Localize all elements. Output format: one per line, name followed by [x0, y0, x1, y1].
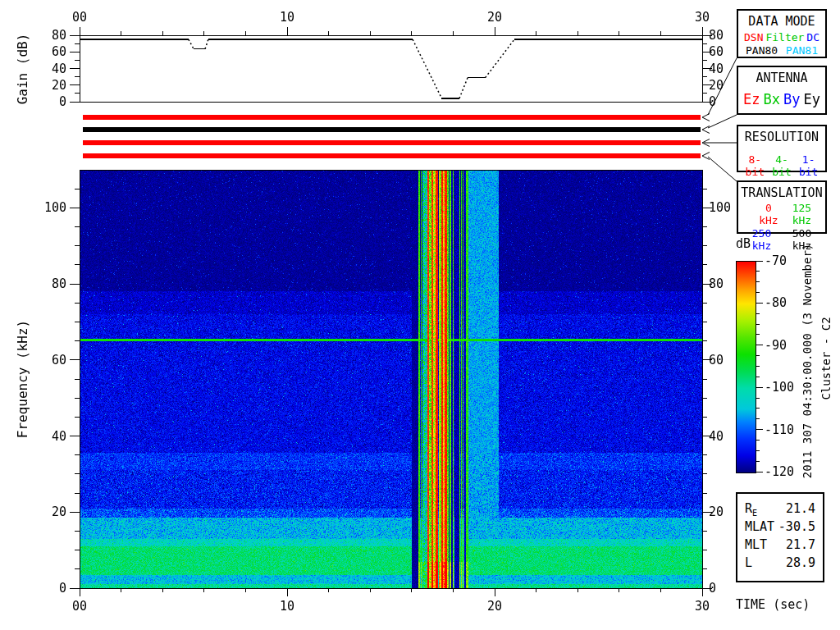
- tick-label: 10: [271, 11, 304, 24]
- tick-label: 30: [686, 600, 719, 613]
- gain-axis-title: Gain (dB): [15, 34, 30, 105]
- spectrogram-canvas: [80, 170, 702, 588]
- tick-label: 40: [34, 430, 66, 443]
- ephemeris-value: 28.9: [786, 554, 815, 572]
- datetime-label: 2011 307 04:30:00.000 (3 November): [801, 244, 814, 479]
- translation-panel: TRANSLATION 0 kHz 125 kHz 250 kHz 500 kH…: [737, 180, 827, 234]
- resolution-status-bar: [83, 140, 701, 145]
- tick-label: 20: [34, 79, 66, 92]
- spacecraft-label: Cluster - C2: [819, 317, 833, 399]
- tick-label: 0: [709, 582, 745, 595]
- data-mode-pan81: PAN81: [786, 44, 818, 57]
- ephemeris-row-re: RE 21.4: [737, 500, 823, 518]
- resolution-4bit: 4-bit: [769, 153, 796, 178]
- data-mode-status-bar: [83, 115, 701, 120]
- ephemeris-label: MLT: [745, 536, 767, 554]
- tick-label: 00: [63, 600, 96, 613]
- tick-label: 100: [34, 201, 66, 214]
- tick-label: 40: [34, 62, 66, 75]
- ephemeris-row-mlat: MLAT -30.5: [737, 518, 823, 536]
- translation-0khz: 0 kHz: [755, 202, 783, 226]
- data-mode-pan80: PAN80: [746, 44, 778, 57]
- resolution-8bit: 8-bit: [742, 153, 769, 178]
- panel-connector-arrows: [702, 58, 737, 181]
- tick-label: 20: [478, 11, 511, 24]
- data-mode-panel: DATA MODE DSN Filter DC PAN80 PAN81: [737, 9, 827, 58]
- tick-label: 80: [709, 277, 745, 290]
- ephemeris-value: -30.5: [778, 518, 815, 536]
- resolution-1bit: 1-bit: [795, 153, 822, 178]
- antenna-by: By: [783, 91, 800, 107]
- ephemeris-row-mlt: MLT 21.7: [737, 536, 823, 554]
- tick-label: -90: [765, 339, 802, 352]
- translation-status-bar: [83, 153, 701, 158]
- translation-panel-title: TRANSLATION: [738, 182, 825, 200]
- data-mode-dsn: DSN: [744, 31, 763, 43]
- tick-label: 40: [709, 430, 745, 443]
- tick-label: 30: [686, 11, 719, 24]
- antenna-bx: Bx: [764, 91, 780, 107]
- tick-label: -110: [765, 423, 802, 436]
- tick-label: -120: [765, 465, 802, 478]
- tick-label: -100: [765, 381, 802, 394]
- tick-label: -70: [765, 254, 802, 267]
- antenna-ez: Ez: [743, 91, 760, 107]
- resolution-panel-title: RESOLUTION: [738, 126, 825, 144]
- data-mode-dc: DC: [806, 31, 819, 43]
- tick-label: 0: [34, 582, 66, 595]
- ephemeris-row-l: L 28.9: [737, 554, 823, 572]
- tick-label: 80: [34, 277, 66, 290]
- ephemeris-value: 21.7: [786, 536, 815, 554]
- tick-label: 0: [34, 95, 66, 108]
- tick-label: 20: [34, 505, 66, 518]
- antenna-ey: Ey: [804, 91, 820, 107]
- wbd-spectrogram-display: Gain (dB) Frequency (kHz) 2011 307 04:30…: [0, 0, 840, 630]
- ephemeris-label: RE: [745, 500, 757, 518]
- data-mode-filter: Filter: [765, 31, 804, 43]
- tick-label: 10: [271, 600, 304, 613]
- tick-label: 60: [34, 354, 66, 367]
- translation-500khz: 500 kHz: [782, 227, 822, 252]
- antenna-panel: ANTENNA Ez Bx By Ey: [737, 66, 827, 115]
- ephemeris-label: MLAT: [745, 518, 774, 536]
- ephemeris-box: RE 21.4 MLAT -30.5 MLT 21.7 L 28.9: [736, 492, 824, 582]
- tick-label: 60: [709, 354, 745, 367]
- data-mode-panel-title: DATA MODE: [738, 11, 825, 29]
- antenna-panel-title: ANTENNA: [738, 67, 825, 85]
- resolution-panel: RESOLUTION 8-bit 4-bit 1-bit: [737, 125, 827, 172]
- translation-125khz: 125 kHz: [783, 202, 821, 226]
- frequency-axis-title: Frequency (kHz): [15, 320, 30, 439]
- ephemeris-label: L: [745, 554, 752, 572]
- tick-label: 60: [34, 45, 66, 58]
- ephemeris-value: 21.4: [786, 500, 815, 518]
- tick-label: -80: [765, 296, 802, 309]
- tick-label: 80: [34, 29, 66, 42]
- tick-label: 20: [478, 600, 511, 613]
- translation-250khz: 250 kHz: [742, 227, 782, 252]
- time-axis-title: TIME (sec): [736, 597, 810, 612]
- tick-label: 00: [63, 11, 96, 24]
- antenna-status-bar: [83, 127, 701, 132]
